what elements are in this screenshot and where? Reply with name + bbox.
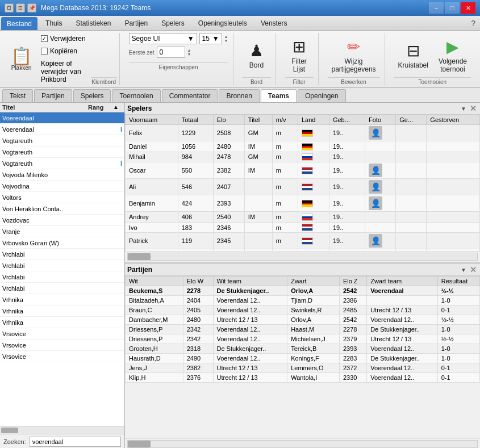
kopieer-verwijder-button[interactable]: Kopieer of verwijder van Prikbord	[38, 58, 89, 85]
filter-lijst-button[interactable]: ⊞ Filter Lijst	[285, 35, 314, 76]
tab-bronnen[interactable]: Bronnen	[219, 89, 259, 102]
col-elo[interactable]: Elo	[213, 115, 244, 125]
spelers-row[interactable]: Oscar 550 2382 IM m 19.. 👤	[126, 162, 480, 179]
partijen-row[interactable]: Beukema,S 2278 De Stukkenjager.. Orlov,A…	[126, 286, 480, 296]
plakken-button[interactable]: 📋 Plakken	[7, 45, 36, 74]
eerste-zet-down[interactable]: ▼	[187, 52, 191, 56]
list-item[interactable]: Vrchlabi	[0, 283, 124, 294]
partijen-row[interactable]: Klip,H 2376 Utrecht 12 / 13 Wantola,I 23…	[126, 373, 480, 383]
spelers-close-button[interactable]: ✕	[469, 104, 478, 113]
size-down[interactable]: ▼	[224, 39, 228, 43]
eerste-zet-up[interactable]: ▲	[187, 48, 191, 52]
spelers-row[interactable]: Mihail 984 2478 GM m 19..	[126, 152, 480, 162]
list-item[interactable]: Vrhnika	[0, 317, 124, 328]
col-zwart[interactable]: Zwart	[287, 277, 340, 286]
wijzig-button[interactable]: ✏ Wijzig partijgegevens	[328, 35, 380, 76]
eerste-zet-input[interactable]: 0	[157, 47, 185, 58]
list-item[interactable]: Vrchlabi	[0, 260, 124, 271]
partijen-row[interactable]: Braun,C 2405 Voerendaal 12.. Swinkels,R …	[126, 305, 480, 315]
partijen-row[interactable]: Driessens,P 2342 Voerendaal 12.. Haast,M…	[126, 325, 480, 334]
spelers-row[interactable]: Patrick 119 2345 m 19.. 👤	[126, 233, 480, 249]
list-item[interactable]: Vogtareuth I	[0, 158, 124, 169]
tab-tekst[interactable]: Tekst	[2, 89, 33, 102]
horizontal-scrollbar[interactable]	[0, 426, 124, 434]
menu-bestand[interactable]: Bestand	[1, 17, 37, 30]
eerste-zet-spinner[interactable]: ▲ ▼	[187, 48, 191, 56]
spelers-row[interactable]: Benjamin 424 2393 m 19.. 👤	[126, 195, 480, 212]
partijen-row[interactable]: Driessens,P 2342 Voerendaal 12.. Michiel…	[126, 334, 480, 344]
spelers-row[interactable]: Daniel 1056 2480 IM m 19..	[126, 141, 480, 152]
list-item[interactable]: Vranje	[0, 226, 124, 237]
spelers-row[interactable]: Ivo 183 2346 m 19..	[126, 222, 480, 233]
spelers-row[interactable]: Felix 1229 2508 GM m 19.. 👤	[126, 125, 480, 141]
partijen-row[interactable]: Jens,J 2382 Utrecht 12 / 13 Lemmers,O 23…	[126, 363, 480, 373]
help-icon[interactable]: ?	[466, 16, 480, 30]
minimize-button[interactable]: −	[429, 2, 444, 14]
menu-partijen[interactable]: Partijen	[118, 16, 155, 30]
col-elo-w[interactable]: Elo W	[183, 277, 213, 286]
kopieren-button[interactable]: Kopiëren	[38, 45, 89, 57]
list-item[interactable]: Voltors	[0, 192, 124, 203]
partijen-hscroll[interactable]	[125, 438, 480, 448]
expand-icon[interactable]: ▼	[461, 106, 466, 112]
list-item[interactable]: Vrsovice	[0, 340, 124, 351]
list-item[interactable]: Vojvodina	[0, 181, 124, 192]
kruistabel-button[interactable]: ⊟ Kruistabel	[394, 39, 432, 72]
spelers-row[interactable]: Ali 546 2407 m 19.. 👤	[126, 179, 480, 195]
list-item[interactable]: Vrhnika	[0, 305, 124, 317]
tab-toernooien[interactable]: Toernooien	[112, 89, 160, 102]
col-elo-z[interactable]: Elo Z	[339, 277, 366, 286]
partijen-hscroll-track[interactable]	[127, 440, 478, 448]
list-item[interactable]: Vrsovice	[0, 328, 124, 340]
list-item[interactable]: Vogtareuth	[0, 135, 124, 146]
col-ge[interactable]: Ge...	[396, 115, 427, 125]
col-wit-team[interactable]: Wit team	[213, 277, 287, 286]
col-zwart-team[interactable]: Zwart team	[367, 277, 438, 286]
tab-openingen[interactable]: Openingen	[298, 89, 346, 102]
restore-icon[interactable]: ⊡	[16, 3, 25, 12]
col-titel[interactable]: Titel	[244, 115, 272, 125]
col-totaal[interactable]: Totaal	[178, 115, 213, 125]
partijen-close-button[interactable]: ✕	[469, 265, 478, 274]
list-item[interactable]: Vrchlabi	[0, 249, 124, 260]
size-dropdown[interactable]: 15 ▼	[199, 33, 222, 44]
partijen-row[interactable]: Dambacher,M 2480 Utrecht 12 / 13 Orlov,A…	[126, 315, 480, 325]
search-input[interactable]	[30, 437, 121, 447]
col-wit[interactable]: Wit	[126, 277, 183, 286]
spelers-hscroll-track[interactable]	[127, 253, 478, 261]
tab-spelers[interactable]: Spelers	[73, 89, 111, 102]
tab-commentator[interactable]: Commentator	[162, 89, 218, 102]
close-button[interactable]: ✕	[461, 2, 475, 14]
spelers-row[interactable]: Andrey 406 2540 IM m 19..	[126, 212, 480, 223]
pin-icon[interactable]: 📌	[27, 3, 36, 12]
size-spinner[interactable]: ▲ ▼	[224, 35, 228, 43]
list-item[interactable]: Vrsovice	[0, 351, 124, 362]
bord-button[interactable]: ♟ Bord	[243, 39, 271, 72]
col-mv[interactable]: m/v	[272, 115, 298, 125]
partijen-row[interactable]: Bitalzadeh,A 2404 Voerendaal 12.. Tjiam,…	[126, 296, 480, 305]
menu-vensters[interactable]: Vensters	[254, 16, 294, 30]
menu-openingsleutels[interactable]: Openingsleutels	[191, 16, 254, 30]
tab-teams[interactable]: Teams	[261, 89, 297, 102]
expand-icon2[interactable]: ▼	[461, 267, 466, 273]
col-land[interactable]: Land	[298, 115, 329, 125]
col-voornaam[interactable]: Voornaam	[126, 115, 178, 125]
list-item[interactable]: Vrchlabi	[0, 271, 124, 283]
col-gestorven[interactable]: Gestorven	[427, 115, 480, 125]
volgende-toernooi-button[interactable]: ▶ Volgende toernooi	[435, 35, 471, 76]
list-item[interactable]: Vojvoda Milenko	[0, 169, 124, 181]
tab-partijen[interactable]: Partijen	[34, 89, 72, 102]
list-item[interactable]: Vrbovsko Goran (W)	[0, 237, 124, 249]
sort-icon[interactable]: ▲	[113, 104, 122, 111]
list-item[interactable]: Von Heraklion Conta..	[0, 203, 124, 215]
col-resultaat[interactable]: Resultaat	[437, 277, 479, 286]
spelers-hscroll[interactable]	[125, 251, 480, 262]
partijen-row[interactable]: Grooten,H 2318 De Stukkenjager.. Tereick…	[126, 344, 480, 354]
list-item[interactable]: Vogtareuth	[0, 146, 124, 158]
col-geb[interactable]: Geb...	[329, 115, 365, 125]
menu-spelers[interactable]: Spelers	[155, 16, 191, 30]
list-item[interactable]: Voerendaal I	[0, 124, 124, 135]
menu-thuis[interactable]: Thuis	[39, 16, 69, 30]
partijen-row[interactable]: Hausrath,D 2490 Voerendaal 12.. Konings,…	[126, 354, 480, 363]
col-foto[interactable]: Foto	[365, 115, 396, 125]
